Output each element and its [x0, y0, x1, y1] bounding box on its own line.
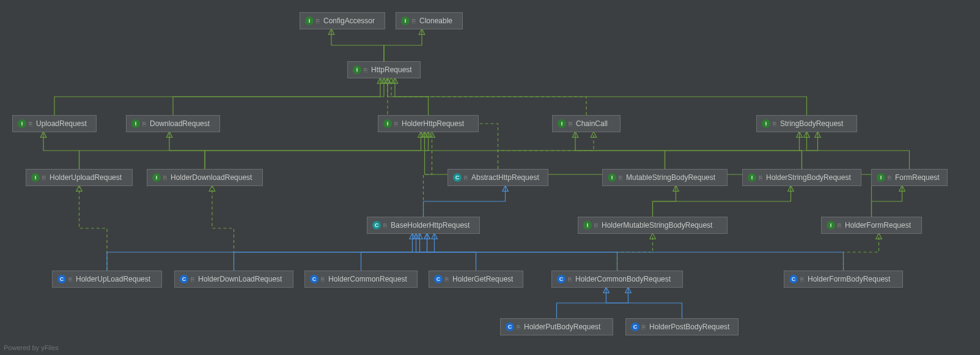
pin-icon: ⎘: [68, 276, 72, 283]
node-HolderDownLoadRequest[interactable]: C⎘HolderDownLoadRequest: [174, 271, 293, 288]
node-label: HolderHttpRequest: [402, 119, 464, 128]
node-HolderMutableStringBodyRequest[interactable]: I⎘HolderMutableStringBodyRequest: [578, 217, 728, 234]
node-HolderStringBodyRequest[interactable]: I⎘HolderStringBodyRequest: [742, 169, 861, 186]
edge-HolderUpLoadRequest-to-BaseHolderHttpRequest: [107, 234, 427, 271]
node-FormRequest[interactable]: I⎘FormRequest: [871, 169, 948, 186]
pin-icon: ⎘: [569, 121, 572, 127]
node-HttpRequest[interactable]: I⎘HttpRequest: [347, 61, 421, 78]
node-HolderFormRequest[interactable]: I⎘HolderFormRequest: [821, 217, 922, 234]
node-Cloneable[interactable]: I⎘Cloneable: [396, 12, 463, 29]
edge-HolderFormBodyRequest-to-BaseHolderHttpRequest: [427, 234, 844, 271]
edge-HolderMutableStringBodyRequest-to-MutableStringBodyRequest: [653, 186, 676, 217]
node-StringBodyRequest[interactable]: I⎘StringBodyRequest: [756, 115, 857, 132]
node-UploadRequest[interactable]: I⎘UploadRequest: [12, 115, 97, 132]
node-label: HolderCommonRequest: [328, 275, 407, 283]
abstract-icon: C: [372, 221, 381, 230]
interface-icon: I: [558, 119, 566, 128]
interface-icon: I: [583, 221, 592, 230]
node-HolderHttpRequest[interactable]: I⎘HolderHttpRequest: [378, 115, 479, 132]
pin-icon: ⎘: [642, 324, 646, 331]
node-label: MutableStringBodyRequest: [626, 173, 715, 182]
edge-ChainCall-to-HttpRequest: [391, 78, 586, 115]
pin-icon: ⎘: [594, 222, 598, 229]
node-HolderPostBodyRequest[interactable]: C⎘HolderPostBodyRequest: [625, 318, 739, 335]
edge-HolderCommonBodyRequest-to-HolderMutableStringBodyRequest: [617, 234, 653, 271]
node-label: HolderUpLoadRequest: [76, 275, 150, 283]
node-label: AbstractHttpRequest: [471, 173, 539, 182]
class-icon: C: [310, 275, 319, 283]
edge-HolderUpLoadRequest-to-HolderUploadRequest: [79, 186, 108, 271]
node-AbstractHttpRequest[interactable]: C⎘AbstractHttpRequest: [448, 169, 548, 186]
class-icon: C: [631, 323, 639, 331]
node-ChainCall[interactable]: I⎘ChainCall: [552, 115, 621, 132]
pin-icon: ⎘: [445, 276, 449, 283]
class-icon: C: [789, 275, 798, 283]
node-label: StringBodyRequest: [780, 119, 843, 128]
pin-icon: ⎘: [42, 174, 46, 181]
interface-icon: I: [608, 173, 616, 182]
interface-icon: I: [827, 221, 835, 230]
node-label: HolderGetRequest: [452, 275, 513, 283]
node-HolderDownloadRequest[interactable]: I⎘HolderDownloadRequest: [147, 169, 263, 186]
edge-HttpRequest-to-ConfigAccessor: [331, 29, 384, 61]
node-MutableStringBodyRequest[interactable]: I⎘MutableStringBodyRequest: [602, 169, 728, 186]
pin-icon: ⎘: [773, 121, 776, 127]
node-label: HolderDownLoadRequest: [198, 275, 282, 283]
edge-MutableStringBodyRequest-to-StringBodyRequest: [665, 132, 818, 169]
interface-icon: I: [152, 173, 161, 182]
interface-icon: I: [31, 173, 40, 182]
class-icon: C: [57, 275, 66, 283]
interface-icon: I: [131, 119, 140, 128]
class-icon: C: [506, 323, 514, 331]
node-label: HolderStringBodyRequest: [766, 173, 851, 182]
footer-credit: Powered by yFiles: [4, 344, 59, 351]
interface-icon: I: [401, 17, 410, 25]
edge-HolderMutableStringBodyRequest-to-HolderStringBodyRequest: [653, 186, 791, 217]
interface-icon: I: [18, 119, 26, 128]
edge-UploadRequest-to-HttpRequest: [54, 78, 380, 115]
node-label: HolderDownloadRequest: [171, 173, 252, 182]
node-label: BaseHolderHttpRequest: [391, 221, 470, 230]
edge-HolderCommonBodyRequest-to-BaseHolderHttpRequest: [420, 234, 617, 271]
edge-HolderStringBodyRequest-to-StringBodyRequest: [800, 132, 802, 169]
pin-icon: ⎘: [759, 174, 762, 181]
node-label: HolderFormRequest: [845, 221, 911, 230]
pin-icon: ⎘: [619, 174, 622, 181]
pin-icon: ⎘: [29, 121, 32, 127]
interface-icon: I: [383, 119, 392, 128]
pin-icon: ⎘: [316, 18, 320, 24]
edge-HolderHttpRequest-to-HttpRequest: [388, 78, 429, 115]
node-ConfigAccessor[interactable]: I⎘ConfigAccessor: [300, 12, 385, 29]
node-label: FormRequest: [895, 173, 940, 182]
node-HolderFormBodyRequest[interactable]: C⎘HolderFormBodyRequest: [784, 271, 903, 288]
pin-icon: ⎘: [394, 121, 398, 127]
edge-HolderUploadRequest-to-HolderHttpRequest: [79, 132, 421, 169]
edge-FormRequest-to-StringBodyRequest: [807, 132, 910, 169]
edge-AbstractHttpRequest-to-ChainCall: [498, 132, 594, 169]
pin-icon: ⎘: [464, 174, 468, 181]
edge-HolderUploadRequest-to-UploadRequest: [43, 132, 79, 169]
node-HolderCommonRequest[interactable]: C⎘HolderCommonRequest: [304, 271, 418, 288]
node-label: HolderPutBodyRequest: [524, 323, 600, 331]
edge-HolderStringBodyRequest-to-HolderHttpRequest: [425, 132, 802, 169]
pin-icon: ⎘: [321, 276, 325, 283]
node-label: HolderCommonBodyRequest: [575, 275, 671, 283]
node-HolderPutBodyRequest[interactable]: C⎘HolderPutBodyRequest: [500, 318, 613, 335]
abstract-icon: C: [453, 173, 462, 182]
edge-BaseHolderHttpRequest-to-HolderHttpRequest: [424, 132, 432, 217]
node-BaseHolderHttpRequest[interactable]: C⎘BaseHolderHttpRequest: [367, 217, 480, 234]
node-HolderGetRequest[interactable]: C⎘HolderGetRequest: [429, 271, 523, 288]
node-label: ConfigAccessor: [323, 17, 375, 25]
edge-MutableStringBodyRequest-to-ChainCall: [575, 132, 665, 169]
pin-icon: ⎘: [142, 121, 146, 127]
node-HolderCommonBodyRequest[interactable]: C⎘HolderCommonBodyRequest: [551, 271, 683, 288]
interface-icon: I: [748, 173, 756, 182]
node-HolderUpLoadRequest[interactable]: C⎘HolderUpLoadRequest: [52, 271, 162, 288]
edge-HolderDownloadRequest-to-HolderHttpRequest: [205, 132, 429, 169]
edge-HolderGetRequest-to-BaseHolderHttpRequest: [416, 234, 476, 271]
node-DownloadRequest[interactable]: I⎘DownloadRequest: [126, 115, 220, 132]
node-label: HttpRequest: [371, 65, 412, 74]
interface-icon: I: [877, 173, 885, 182]
node-HolderUploadRequest[interactable]: I⎘HolderUploadRequest: [26, 169, 133, 186]
edge-HolderDownLoadRequest-to-HolderDownloadRequest: [212, 186, 234, 271]
